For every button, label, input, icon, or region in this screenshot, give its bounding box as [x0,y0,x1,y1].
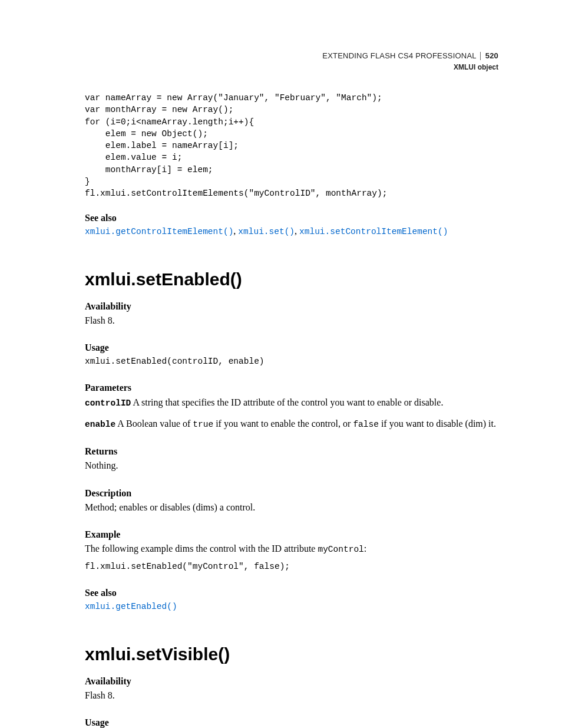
link-getEnabled[interactable]: xmlui.getEnabled() [85,602,177,611]
param-controlID: controlID A string that specifies the ID… [85,396,498,410]
param-enable-post: if you want to disable (dim) it. [379,419,496,429]
header-title: EXTENDING FLASH CS4 PROFESSIONAL [322,51,476,60]
link-setControlItemElement[interactable]: xmlui.setControlItemElement() [299,227,448,236]
separator: , [295,226,299,236]
code-true: true [193,420,213,429]
param-name-enable: enable [85,420,115,429]
see-also-label: See also [85,213,498,223]
running-header: EXTENDING FLASH CS4 PROFESSIONAL520 XMLU… [322,51,498,72]
example-intro-post: : [364,543,366,554]
link-set[interactable]: xmlui.set() [238,227,295,236]
availability-text: Flash 8. [85,314,498,327]
returns-label: Returns [85,446,498,457]
example-intro: The following example dims the control w… [85,542,498,555]
see-also-links-2: xmlui.getEnabled() [85,601,498,611]
page-number: 520 [480,52,498,60]
param-name-controlID: controlID [85,398,131,408]
description-label: Description [85,488,498,499]
description-text: Method; enables or disables (dims) a con… [85,501,498,514]
usage-code-setEnabled: xmlui.setEnabled(controlID, enable) [85,355,498,367]
param-enable: enable A Boolean value of true if you wa… [85,417,498,431]
availability-text-2: Flash 8. [85,689,498,702]
header-section: XMLUI object [322,62,498,72]
example-intro-pre: The following example dims the control w… [85,543,318,554]
link-getControlItemElement[interactable]: xmlui.getControlItemElement() [85,227,233,236]
availability-label-2: Availability [85,676,498,687]
code-false: false [353,420,379,429]
heading-setEnabled: xmlui.setEnabled() [85,269,498,289]
returns-text: Nothing. [85,459,498,472]
usage-label-2: Usage [85,717,498,728]
content-area: var nameArray = new Array("January", "Fe… [85,51,498,728]
example-code-setEnabled: fl.xmlui.setEnabled("myControl", false); [85,561,498,572]
usage-label: Usage [85,342,498,353]
see-also-label-2: See also [85,588,498,598]
example-intro-code: myControl [318,545,363,554]
page: EXTENDING FLASH CS4 PROFESSIONAL520 XMLU… [0,0,562,728]
availability-label: Availability [85,301,498,312]
see-also-links-1: xmlui.getControlItemElement(), xmlui.set… [85,226,498,236]
header-line1: EXTENDING FLASH CS4 PROFESSIONAL520 [322,51,498,61]
param-enable-pre: A Boolean value of [115,419,193,429]
example-label: Example [85,529,498,540]
code-block-1: var nameArray = new Array("January", "Fe… [85,92,498,200]
param-desc-controlID: A string that specifies the ID attribute… [131,397,443,407]
parameters-label: Parameters [85,383,498,393]
param-enable-mid: if you want to enable the control, or [213,419,353,429]
heading-setVisible: xmlui.setVisible() [85,644,498,664]
